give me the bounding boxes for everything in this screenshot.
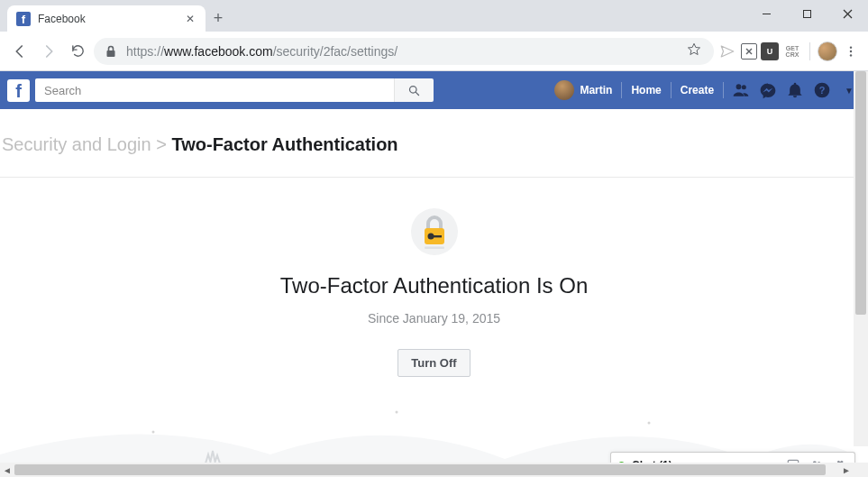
svg-point-9 xyxy=(850,54,852,56)
new-tab-button[interactable]: + xyxy=(206,5,231,31)
facebook-logo[interactable]: f xyxy=(7,79,30,102)
notifications-icon[interactable] xyxy=(783,78,807,102)
browser-titlebar: f Facebook ✕ + xyxy=(0,0,868,32)
toolbar-separator xyxy=(809,42,810,60)
svg-rect-1 xyxy=(804,10,811,17)
close-tab-icon[interactable]: ✕ xyxy=(184,13,196,25)
breadcrumb: Security and Login > Two-Factor Authenti… xyxy=(0,134,868,155)
messages-icon[interactable] xyxy=(756,78,780,102)
header-icon-group: ? ▼ xyxy=(729,78,861,102)
page-viewport: f Martin Home Create xyxy=(0,71,868,477)
send-to-device-icon[interactable] xyxy=(717,41,737,61)
page-heading: Two-Factor Authentication Is On xyxy=(280,273,589,298)
page-content: Security and Login > Two-Factor Authenti… xyxy=(0,109,868,477)
facebook-favicon: f xyxy=(16,12,31,26)
browser-toolbar: https://www.facebook.com/security/2fac/s… xyxy=(0,32,868,71)
extension-box-icon[interactable] xyxy=(741,43,757,60)
browser-tab[interactable]: f Facebook ✕ xyxy=(7,5,206,32)
scroll-left-arrow-icon[interactable]: ◄ xyxy=(0,463,14,477)
address-bar[interactable]: https://www.facebook.com/security/2fac/s… xyxy=(94,38,714,65)
forward-button[interactable] xyxy=(36,39,61,64)
maximize-button[interactable] xyxy=(787,0,827,27)
back-button[interactable] xyxy=(7,39,32,64)
home-link[interactable]: Home xyxy=(622,71,670,109)
svg-rect-4 xyxy=(107,50,115,57)
extension-icons: U GET CRX xyxy=(717,41,861,61)
profile-link[interactable]: Martin xyxy=(545,71,621,109)
close-window-button[interactable] xyxy=(827,0,868,27)
svg-line-11 xyxy=(416,92,418,95)
scroll-corner xyxy=(854,463,868,477)
reload-button[interactable] xyxy=(65,39,90,64)
facebook-header: f Martin Home Create xyxy=(0,71,868,109)
browser-menu-icon[interactable] xyxy=(841,41,861,61)
lock-icon xyxy=(105,45,117,58)
friend-requests-icon[interactable] xyxy=(729,78,753,102)
header-divider xyxy=(723,82,724,98)
svg-rect-16 xyxy=(432,235,442,237)
ublock-icon[interactable]: U xyxy=(761,42,779,60)
breadcrumb-parent[interactable]: Security and Login xyxy=(2,134,151,154)
breadcrumb-separator: > xyxy=(156,134,167,154)
scroll-right-arrow-icon[interactable]: ► xyxy=(839,463,854,477)
breadcrumb-row: Security and Login > Two-Factor Authenti… xyxy=(0,109,868,178)
search-container xyxy=(35,78,434,102)
svg-point-20 xyxy=(152,431,155,434)
vertical-scrollbar[interactable] xyxy=(854,71,868,446)
two-factor-lock-icon xyxy=(411,208,458,255)
svg-point-18 xyxy=(396,411,398,414)
svg-point-8 xyxy=(850,50,852,51)
breadcrumb-current: Two-Factor Authentication xyxy=(171,134,397,154)
profile-avatar-icon xyxy=(554,80,574,100)
horizontal-scrollbar[interactable]: ◄ ► xyxy=(0,463,854,477)
turn-off-button[interactable]: Turn Off xyxy=(397,349,470,377)
svg-point-7 xyxy=(850,46,852,48)
create-link[interactable]: Create xyxy=(672,71,723,109)
profile-avatar-button[interactable] xyxy=(818,41,837,61)
since-text: Since January 19, 2015 xyxy=(368,311,500,326)
svg-text:?: ? xyxy=(819,85,826,96)
account-menu-caret-icon[interactable]: ▼ xyxy=(845,86,854,96)
minimize-button[interactable] xyxy=(746,0,787,27)
search-input[interactable] xyxy=(35,78,394,102)
search-button[interactable] xyxy=(394,78,434,102)
header-right: Martin Home Create ? ▼ xyxy=(545,71,861,109)
bookmark-star-icon[interactable] xyxy=(687,42,703,60)
svg-point-10 xyxy=(410,86,417,93)
main-content: Two-Factor Authentication Is On Since Ja… xyxy=(0,178,868,377)
help-icon[interactable]: ? xyxy=(810,78,834,102)
window-controls xyxy=(746,0,868,27)
svg-point-19 xyxy=(648,422,651,425)
url-text: https://www.facebook.com/security/2fac/s… xyxy=(126,44,678,59)
profile-name: Martin xyxy=(580,84,612,96)
svg-rect-17 xyxy=(425,247,444,250)
get-crx-icon[interactable]: GET CRX xyxy=(782,41,802,61)
tab-title: Facebook xyxy=(38,13,184,25)
